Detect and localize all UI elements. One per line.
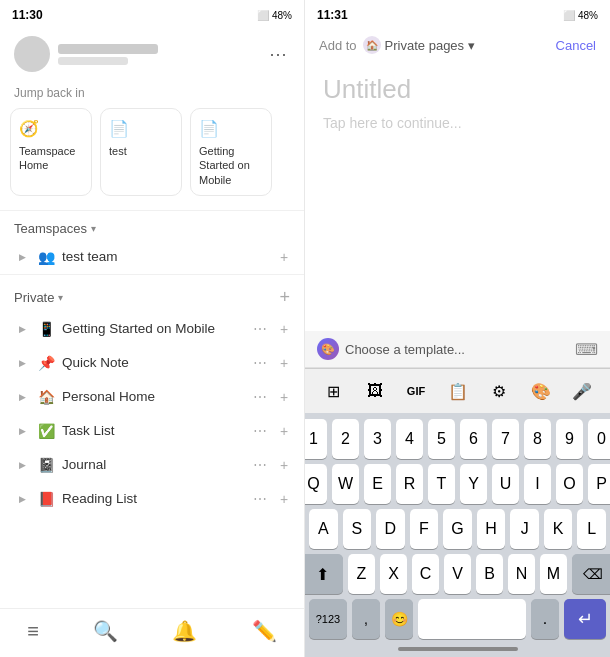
nav-item-reading-list[interactable]: ▶ 📕 Reading List ⋯ + — [0, 482, 304, 516]
template-bar[interactable]: 🎨 Choose a template... ⌨ — [305, 331, 610, 368]
dot-key[interactable]: . — [531, 599, 559, 639]
toolbar-gif-button[interactable]: GIF — [398, 375, 434, 407]
gs-actions: ⋯ + — [250, 319, 294, 339]
add-to-section[interactable]: Add to 🏠 Private pages ▾ — [319, 36, 475, 54]
private-chevron-icon: ▾ — [58, 292, 63, 303]
key-t[interactable]: T — [428, 464, 455, 504]
rl-more-button[interactable]: ⋯ — [250, 489, 270, 509]
key-e[interactable]: E — [364, 464, 391, 504]
key-k[interactable]: K — [544, 509, 573, 549]
qn-add-button[interactable]: + — [274, 353, 294, 373]
recent-card-getting-started[interactable]: 📄 Getting Started on Mobile — [190, 108, 272, 196]
key-p[interactable]: P — [588, 464, 610, 504]
toolbar-clipboard-button[interactable]: 📋 — [440, 375, 476, 407]
key-row-asdf: A S D F G H J K L — [309, 509, 606, 549]
key-c[interactable]: C — [412, 554, 439, 594]
page-selector[interactable]: 🏠 Private pages ▾ — [363, 36, 476, 54]
editor-body-placeholder[interactable]: Tap here to continue... — [323, 115, 592, 131]
key-o[interactable]: O — [556, 464, 583, 504]
j-add-button[interactable]: + — [274, 455, 294, 475]
tl-add-button[interactable]: + — [274, 421, 294, 441]
key-9[interactable]: 9 — [556, 419, 583, 459]
space-key[interactable] — [418, 599, 526, 639]
editor-title-placeholder[interactable]: Untitled — [323, 74, 592, 105]
cancel-button[interactable]: Cancel — [556, 38, 596, 53]
teamspaces-title[interactable]: Teamspaces ▾ — [14, 221, 96, 236]
key-h[interactable]: H — [477, 509, 506, 549]
key-8[interactable]: 8 — [524, 419, 551, 459]
nav-item-personal-home[interactable]: ▶ 🏠 Personal Home ⋯ + — [0, 380, 304, 414]
gs-more-button[interactable]: ⋯ — [250, 319, 270, 339]
key-n[interactable]: N — [508, 554, 535, 594]
nav-item-test-team[interactable]: ▶ 👥 test team + — [0, 240, 304, 274]
template-keyboard-icon[interactable]: ⌨ — [575, 340, 598, 359]
key-i[interactable]: I — [524, 464, 551, 504]
key-b[interactable]: B — [476, 554, 503, 594]
key-row-zxcv: ⬆ Z X C V B N M ⌫ — [309, 554, 606, 594]
key-z[interactable]: Z — [348, 554, 375, 594]
task-list-label: Task List — [62, 423, 244, 438]
emoji-key[interactable]: 😊 — [385, 599, 413, 639]
search-nav-button[interactable]: 🔍 — [93, 619, 118, 643]
key-d[interactable]: D — [376, 509, 405, 549]
three-dot-button[interactable]: ⋯ — [266, 42, 290, 66]
nav-item-task-list[interactable]: ▶ ✅ Task List ⋯ + — [0, 414, 304, 448]
ph-more-button[interactable]: ⋯ — [250, 387, 270, 407]
gs-add-button[interactable]: + — [274, 319, 294, 339]
key-3[interactable]: 3 — [364, 419, 391, 459]
j-more-button[interactable]: ⋯ — [250, 455, 270, 475]
key-w[interactable]: W — [332, 464, 359, 504]
key-x[interactable]: X — [380, 554, 407, 594]
tl-more-button[interactable]: ⋯ — [250, 421, 270, 441]
editor-area[interactable]: Untitled Tap here to continue... — [305, 60, 610, 331]
shift-key[interactable]: ⬆ — [305, 554, 343, 594]
private-add-button[interactable]: + — [279, 287, 290, 308]
toolbar-image-button[interactable]: 🖼 — [357, 375, 393, 407]
avatar[interactable] — [14, 36, 50, 72]
toolbar-mic-button[interactable]: 🎤 — [564, 375, 600, 407]
key-2[interactable]: 2 — [332, 419, 359, 459]
key-m[interactable]: M — [540, 554, 567, 594]
expand-icon-ph: ▶ — [14, 389, 30, 405]
compose-nav-button[interactable]: ✏️ — [252, 619, 277, 643]
notifications-nav-button[interactable]: 🔔 — [172, 619, 197, 643]
key-5[interactable]: 5 — [428, 419, 455, 459]
nav-item-quick-note[interactable]: ▶ 📌 Quick Note ⋯ + — [0, 346, 304, 380]
sym-key[interactable]: ?123 — [309, 599, 347, 639]
key-4[interactable]: 4 — [396, 419, 423, 459]
key-l[interactable]: L — [577, 509, 606, 549]
key-f[interactable]: F — [410, 509, 439, 549]
key-a[interactable]: A — [309, 509, 338, 549]
return-key[interactable]: ↵ — [564, 599, 606, 639]
private-title[interactable]: Private ▾ — [14, 290, 63, 305]
key-1[interactable]: 1 — [305, 419, 327, 459]
toolbar-settings-button[interactable]: ⚙ — [481, 375, 517, 407]
recent-card-teamspace[interactable]: 🧭 Teamspace Home — [10, 108, 92, 196]
key-v[interactable]: V — [444, 554, 471, 594]
comma-key[interactable]: , — [352, 599, 380, 639]
key-y[interactable]: Y — [460, 464, 487, 504]
key-j[interactable]: J — [510, 509, 539, 549]
ph-add-button[interactable]: + — [274, 387, 294, 407]
key-g[interactable]: G — [443, 509, 472, 549]
journal-icon: 📓 — [36, 457, 56, 473]
key-u[interactable]: U — [492, 464, 519, 504]
key-s[interactable]: S — [343, 509, 372, 549]
nav-item-journal[interactable]: ▶ 📓 Journal ⋯ + — [0, 448, 304, 482]
test-team-add-button[interactable]: + — [274, 247, 294, 267]
key-row-numbers: 1 2 3 4 5 6 7 8 9 0 — [309, 419, 606, 459]
backspace-key[interactable]: ⌫ — [572, 554, 610, 594]
key-7[interactable]: 7 — [492, 419, 519, 459]
getting-started-icon: 📄 — [199, 119, 219, 138]
toolbar-grid-button[interactable]: ⊞ — [315, 375, 351, 407]
toolbar-palette-button[interactable]: 🎨 — [523, 375, 559, 407]
home-nav-button[interactable]: ≡ — [27, 620, 39, 643]
key-q[interactable]: Q — [305, 464, 327, 504]
rl-add-button[interactable]: + — [274, 489, 294, 509]
key-6[interactable]: 6 — [460, 419, 487, 459]
nav-item-getting-started[interactable]: ▶ 📱 Getting Started on Mobile ⋯ + — [0, 312, 304, 346]
key-r[interactable]: R — [396, 464, 423, 504]
qn-more-button[interactable]: ⋯ — [250, 353, 270, 373]
key-0[interactable]: 0 — [588, 419, 610, 459]
recent-card-test[interactable]: 📄 test — [100, 108, 182, 196]
